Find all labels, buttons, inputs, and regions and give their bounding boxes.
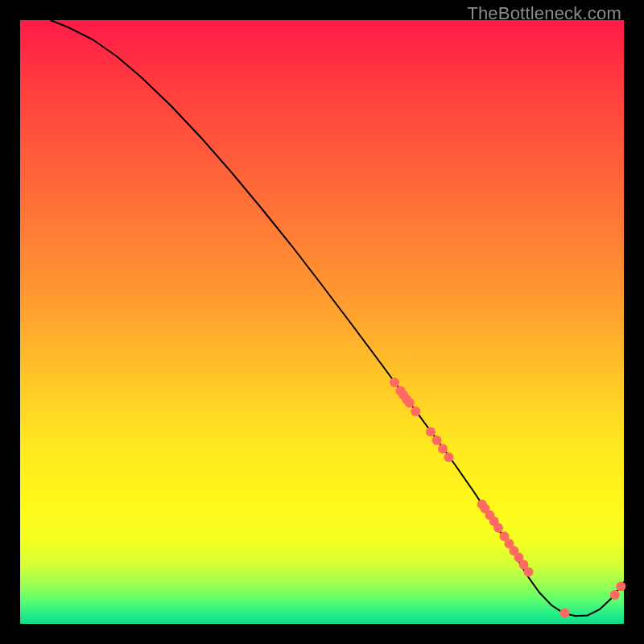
data-point [438,444,448,454]
chart-overlay [20,20,624,624]
data-point [560,609,570,618]
data-point [524,568,534,577]
data-point [432,436,442,445]
data-point [610,590,620,600]
data-point [616,582,625,592]
data-point [405,398,415,408]
scatter-points [390,378,625,618]
chart-frame: TheBottleneck.com [0,0,644,644]
data-point [426,427,436,437]
data-point [493,523,503,533]
data-point [411,407,420,416]
data-point [444,452,454,462]
curve-line [51,20,625,616]
data-point [390,378,399,387]
